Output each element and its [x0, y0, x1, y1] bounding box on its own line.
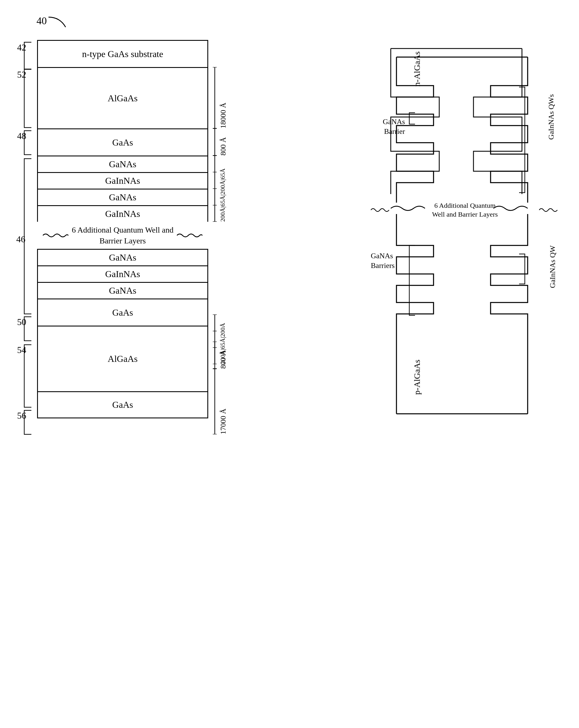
- layer-ganas-3: GaNAs: [37, 249, 208, 265]
- dim-18000: 18000 Å: [211, 67, 229, 128]
- bracket-ganas-barrier: [404, 110, 418, 127]
- bracket-56: [20, 408, 34, 437]
- wavy-additional-right: 6 Additional QuantumWell and Barrier Lay…: [368, 201, 562, 219]
- layer-gaInNAs-2: GaInNAs: [37, 205, 208, 222]
- bracket-qw-single: [516, 251, 530, 287]
- label-p-algaas: p-AlGaAs: [412, 360, 422, 395]
- dim-qw-top: 200Å|65Å|200Å|65Å: [211, 156, 228, 222]
- dim-line-800-top: [211, 128, 219, 156]
- right-diagram: n-AlGaAs GaNAsBarrier GaInNAs QWs 6 Addi…: [368, 40, 562, 437]
- wavy-right-diag-right: [539, 206, 559, 214]
- band-diagram-svg: [368, 40, 562, 437]
- label-ganas-barrier: GaNAsBarrier: [374, 117, 405, 136]
- figure-arrow: [46, 14, 71, 31]
- dim-label-qw-top: 200Å|65Å|200Å|65Å: [219, 156, 228, 222]
- additional-layers-right: 6 Additional QuantumWell and Barrier Lay…: [391, 201, 539, 219]
- bracket-ganas-barriers: [404, 242, 418, 318]
- dim-line-17000: [211, 369, 219, 434]
- label-gaInNAs-qws: GaInNAs QWs: [547, 94, 556, 140]
- label-n-algaas: n-AlGaAs: [412, 51, 422, 86]
- dim-label-800-top: 800 Å: [219, 128, 229, 156]
- additional-layers-label-top: 6 Additional Quantum Well and Barrier La…: [68, 225, 177, 246]
- dim-line-qw-top: [211, 156, 219, 222]
- dim-800-top: 800 Å: [211, 128, 229, 156]
- layer-gaInNAs-3: GaInNAs: [37, 265, 208, 282]
- dim-800-bot: 800 Å: [211, 342, 229, 369]
- bracket-54: [20, 342, 34, 410]
- figure-label: 40: [36, 15, 47, 27]
- wavy-right-diag-left: [371, 206, 391, 214]
- layer-ganas-1: GaNAs: [37, 156, 208, 172]
- dim-line-18000: [211, 67, 219, 128]
- layer-algaas-top: AlGaAs: [37, 67, 208, 128]
- page: 40 42 n-type GaAs substrate 52 AlGaAs 48: [0, 0, 579, 728]
- layer-gaas-bottom: GaAs: [37, 298, 208, 326]
- bracket-qws-right: [516, 84, 530, 196]
- wavy-right-top: [177, 231, 202, 240]
- bracket-42: [20, 40, 34, 71]
- label-ganas-barriers: GaNAsBarriers: [371, 251, 395, 270]
- bracket-52: [20, 67, 34, 130]
- wavy-left-top: [43, 231, 68, 240]
- dim-line-800-bot: [211, 342, 219, 369]
- dim-label-17000: 17000 Å: [219, 369, 229, 434]
- label-46: 46: [16, 234, 25, 244]
- layer-gaas-top: GaAs: [37, 128, 208, 156]
- left-diagram: 42 n-type GaAs substrate 52 AlGaAs 48 Ga…: [37, 40, 208, 418]
- layer-ganas-4: GaNAs: [37, 282, 208, 298]
- bracket-50: [20, 314, 34, 343]
- bracket-48: [20, 128, 34, 157]
- layer-gaas-substrate-bottom: GaAs: [37, 391, 208, 418]
- layer-ntype-gaas: n-type GaAs substrate: [37, 40, 208, 67]
- dim-label-800-bot: 800 Å: [219, 342, 229, 369]
- dim-label-18000: 18000 Å: [219, 67, 229, 128]
- label-gaInNAs-qw: GaInNAs QW: [548, 245, 558, 288]
- layer-gaInNAs-1: GaInNAs: [37, 172, 208, 189]
- layer-algaas-bottom: AlGaAs: [37, 326, 208, 391]
- wavy-additional-top: 6 Additional Quantum Well and Barrier La…: [37, 222, 208, 249]
- layer-ganas-2: GaNAs: [37, 189, 208, 205]
- dim-17000: 17000 Å: [211, 369, 229, 434]
